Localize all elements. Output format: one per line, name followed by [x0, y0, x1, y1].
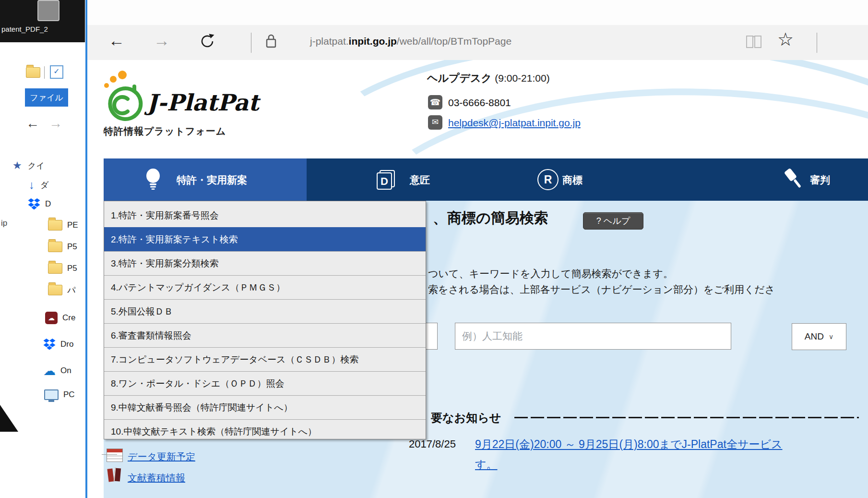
folder-icon	[26, 67, 40, 78]
folder-icon	[48, 263, 62, 274]
folder-icon	[48, 285, 62, 295]
data-update-link[interactable]: データ更新予定	[128, 450, 195, 463]
explorer-item-quick-access[interactable]: ★ クイ	[12, 158, 45, 174]
document-stock-books-icon	[107, 468, 121, 482]
menu-item-examination-documents[interactable]: 6.審査書類情報照会	[104, 323, 426, 347]
jplatpat-logo-icon[interactable]	[101, 70, 151, 131]
back-icon[interactable]: ←	[108, 32, 125, 49]
explorer-item-dropbox[interactable]: Dro	[43, 336, 73, 352]
folder-icon	[48, 242, 62, 252]
divider	[44, 66, 45, 79]
dropbox-icon	[43, 339, 56, 350]
file-icon	[37, 0, 59, 21]
explorer-item-folder[interactable]: P5	[48, 260, 77, 277]
explorer-item-label: On	[60, 366, 71, 376]
menu-item-foreign-gazette-db[interactable]: 5.外国公報ＤＢ	[104, 299, 426, 323]
tab-design-label[interactable]: 意匠	[410, 173, 430, 187]
checkbox-icon[interactable]: ✓	[50, 65, 63, 79]
description-line-2: 索をされる場合は、上部各サービス（ナビゲーション部分）をご利用くださ	[428, 283, 775, 296]
data-update-table-icon	[107, 449, 123, 462]
keyword-input-2[interactable]	[455, 323, 731, 350]
explorer-forward-icon[interactable]: →	[49, 116, 62, 131]
design-d-icon: D	[375, 169, 396, 192]
explorer-item-onedrive[interactable]: ☁ On	[43, 363, 71, 379]
explorer-item-pc[interactable]: PC	[44, 387, 75, 403]
menu-item-classification-search[interactable]: 3.特許・実用新案分類検索	[104, 251, 426, 275]
helpdesk-hours: (9:00-21:00)	[495, 73, 549, 84]
explorer-item-folder[interactable]: パ	[48, 282, 75, 298]
description-line-1: ついて、キーワードを入力して簡易検索ができます。	[428, 267, 673, 280]
folder-icon	[48, 220, 62, 231]
tab-patent-utility-label[interactable]: 特許・実用新案	[177, 173, 247, 187]
favorites-star-icon[interactable]: ☆	[777, 29, 794, 50]
explorer-item-label: Cre	[62, 313, 75, 323]
quick-access-star-icon: ★	[12, 160, 22, 171]
explorer-tab-file[interactable]: ファイル	[25, 88, 68, 107]
forward-icon[interactable]: →	[154, 32, 170, 49]
decorative-wedge	[0, 405, 18, 432]
refresh-icon[interactable]	[199, 33, 216, 52]
trademark-r-icon: R	[537, 169, 559, 190]
explorer-item-label: PE	[67, 220, 78, 230]
tab-appeal-label[interactable]: 審判	[810, 173, 830, 187]
explorer-item-label: P5	[67, 242, 77, 252]
explorer-item-downloads[interactable]: ↓ ダ	[29, 177, 48, 193]
menu-item-cn-kr-number[interactable]: 9.中韓文献番号照会（特許庁関連サイトへ）	[104, 395, 426, 419]
notices-heading: 要なお知らせ	[431, 410, 501, 425]
desktop-file-thumbnail[interactable]: patent_PDF_2	[0, 0, 85, 42]
chevron-down-icon: ∨	[829, 333, 833, 340]
phone-icon: ☎	[428, 95, 442, 109]
help-button[interactable]: ? ヘルプ	[583, 212, 643, 230]
explorer-item-label: クイ	[28, 160, 45, 171]
logo-subtitle: 特許情報プラットフォーム	[104, 125, 226, 138]
notice-link-line-2[interactable]: す。	[475, 457, 498, 472]
onedrive-cloud-icon: ☁	[43, 364, 56, 377]
file-thumbnail-label: patent_PDF_2	[1, 25, 48, 33]
patent-menu-dropdown: 1.特許・実用新案番号照会 2.特許・実用新案テキスト検索 3.特許・実用新案分…	[104, 201, 426, 439]
explorer-item-folder[interactable]: P5	[48, 239, 77, 255]
notice-link-line-1[interactable]: 9月22日(金)20:00 ～ 9月25日(月)8:00までJ-PlatPat全…	[475, 437, 868, 452]
operator-select[interactable]: AND ∨	[792, 323, 846, 350]
document-stock-link[interactable]: 文献蓄積情報	[128, 472, 185, 485]
lock-icon[interactable]	[265, 33, 277, 51]
operator-value: AND	[805, 331, 824, 342]
menu-item-text-search[interactable]: 2.特許・実用新案テキスト検索	[104, 227, 426, 251]
page-title: 、商標の簡易検索	[433, 208, 548, 228]
menu-item-csdb-search[interactable]: 7.コンピュータソフトウェアデータベース（ＣＳＤＢ）検索	[104, 347, 426, 371]
menu-item-number-search[interactable]: 1.特許・実用新案番号照会	[104, 204, 426, 227]
logo-title[interactable]: J-PlatPat	[147, 89, 259, 116]
reading-view-icon[interactable]	[745, 34, 763, 52]
mail-icon: ✉	[428, 115, 442, 130]
main-navigation: 特許・実用新案 D 意匠 R 商標 審判	[104, 158, 868, 201]
explorer-item-label: Dro	[60, 340, 73, 349]
menu-item-opd[interactable]: 8.ワン・ポータル・ドシエ（ＯＰＤ）照会	[104, 371, 426, 395]
menu-item-pmgs[interactable]: 4.パテントマップガイダンス（ＰＭＧＳ）	[104, 275, 426, 299]
gavel-icon	[781, 166, 805, 194]
explorer-item-label: D	[45, 199, 51, 209]
explorer-item-dropbox[interactable]: D	[28, 196, 51, 212]
screen: patent_PDF_2 ✓ ファイル ← → ★ クイ ↓ ダ	[0, 0, 868, 498]
browser-titlebar-area	[87, 0, 868, 25]
address-bar[interactable]: j-platpat.inpit.go.jp/web/all/top/BTmTop…	[310, 36, 511, 47]
explorer-back-icon[interactable]: ←	[26, 116, 39, 131]
explorer-item-label: パ	[67, 285, 75, 296]
notices-divider	[514, 417, 859, 418]
menu-item-cn-kr-text[interactable]: 10.中韓文献テキスト検索（特許庁関連サイトへ）	[104, 419, 426, 443]
window-accent-border	[85, 0, 87, 498]
explorer-item-folder[interactable]: PE	[48, 217, 78, 233]
toolbar-divider	[251, 33, 251, 53]
helpdesk-email-link[interactable]: helpdesk@j-platpat.inpit.go.jp	[448, 117, 581, 129]
explorer-item-creative-cloud[interactable]: ☁ Cre	[45, 310, 75, 326]
explorer-item-label: PC	[63, 390, 75, 400]
url-prefix: j-platpat.	[310, 36, 349, 47]
helpdesk-label: ヘルプデスク	[427, 72, 492, 84]
pc-monitor-icon	[44, 389, 59, 400]
toolbar-divider	[817, 33, 817, 53]
file-explorer-window: patent_PDF_2 ✓ ファイル ← → ★ クイ ↓ ダ	[0, 0, 87, 498]
explorer-item-label: P5	[67, 264, 77, 273]
tab-trademark-label[interactable]: 商標	[562, 173, 583, 187]
url-domain: inpit.go.jp	[349, 36, 397, 47]
creative-cloud-icon: ☁	[45, 312, 58, 324]
helpdesk-phone: 03-6666-8801	[448, 97, 511, 109]
left-edge-label: ip	[1, 219, 7, 228]
